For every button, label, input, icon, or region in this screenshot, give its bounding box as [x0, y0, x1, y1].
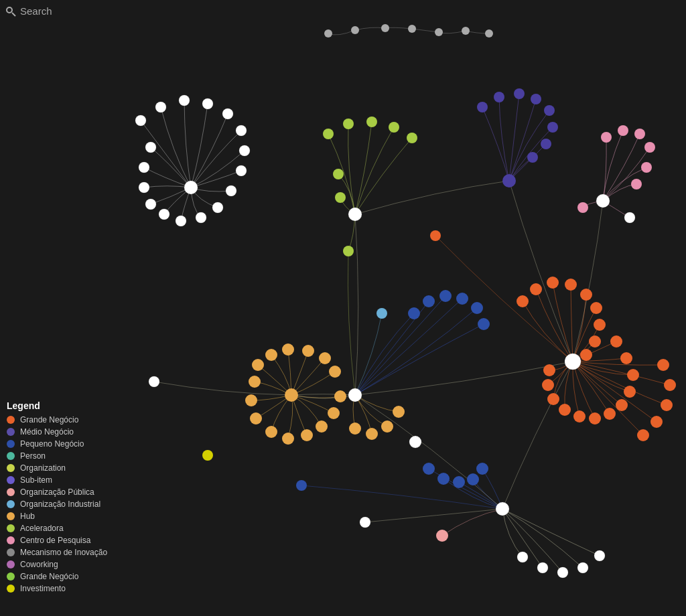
legend: Legend Grande NegócioMédio NegócioPequen… [7, 400, 107, 596]
legend-dot [7, 440, 15, 448]
legend-dot [7, 572, 15, 581]
legend-item: Médio Negócio [7, 427, 107, 437]
search-bar[interactable]: Search [5, 5, 52, 17]
legend-item: Pequeno Negócio [7, 439, 107, 449]
legend-dot [7, 536, 15, 544]
legend-dot [7, 560, 15, 568]
legend-dot [7, 512, 15, 520]
legend-label: Sub-item [20, 475, 52, 485]
legend-label: Organização Industrial [20, 499, 100, 509]
legend-label: Person [20, 451, 46, 461]
legend-dot [7, 464, 15, 472]
legend-label: Aceleradora [20, 524, 64, 533]
svg-point-0 [7, 7, 12, 13]
legend-label: Grande Negócio [20, 415, 78, 425]
legend-item: Hub [7, 512, 107, 521]
svg-line-1 [12, 13, 15, 16]
search-icon [5, 6, 16, 17]
legend-label: Organization [20, 463, 66, 473]
legend-label: Centro de Pesquisa [20, 536, 90, 545]
legend-item: Investimento [7, 584, 107, 593]
legend-item: Organização Industrial [7, 499, 107, 509]
legend-dot [7, 476, 15, 484]
legend-dot [7, 452, 15, 460]
legend-item: Coworking [7, 560, 107, 569]
legend-item: Grande Negócio [7, 572, 107, 581]
search-placeholder: Search [20, 5, 52, 17]
legend-label: Grande Negócio [20, 572, 78, 581]
legend-label: Organização Pública [20, 487, 94, 497]
legend-label: Pequeno Negócio [20, 439, 84, 449]
legend-item: Sub-item [7, 475, 107, 485]
legend-label: Hub [20, 512, 35, 521]
legend-dot [7, 500, 15, 508]
legend-dot [7, 548, 15, 556]
legend-label: Investimento [20, 584, 66, 593]
legend-label: Coworking [20, 560, 58, 569]
legend-item: Centro de Pesquisa [7, 536, 107, 545]
legend-item: Mecanismo de Inovação [7, 548, 107, 557]
legend-label: Mecanismo de Inovação [20, 548, 107, 557]
legend-item: Aceleradora [7, 524, 107, 533]
legend-label: Médio Negócio [20, 427, 74, 437]
legend-item: Person [7, 451, 107, 461]
legend-dot [7, 524, 15, 532]
legend-item: Grande Negócio [7, 415, 107, 425]
legend-dot [7, 428, 15, 436]
legend-item: Organization [7, 463, 107, 473]
legend-title: Legend [7, 400, 107, 411]
legend-dot [7, 488, 15, 496]
legend-dot [7, 585, 15, 593]
legend-dot [7, 416, 15, 424]
legend-item: Organização Pública [7, 487, 107, 497]
